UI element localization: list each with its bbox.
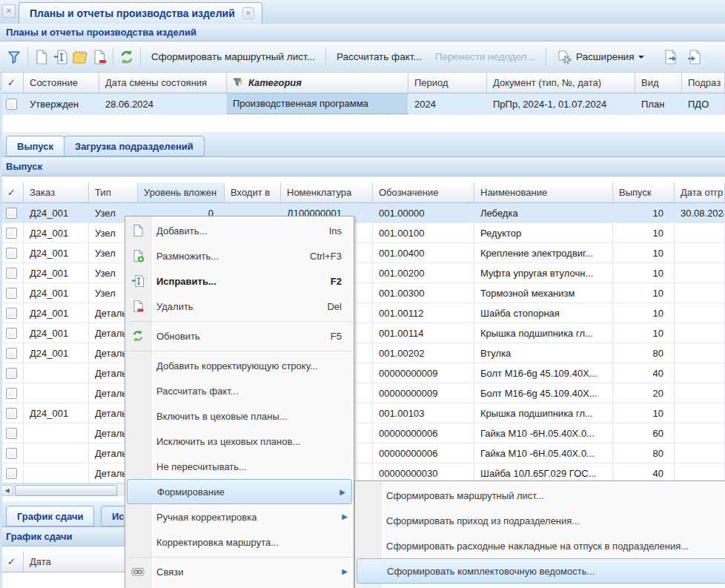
column-header-check[interactable]: ✓ [0,73,24,93]
submenu-item[interactable] [355,584,725,588]
table-row[interactable]: Деталь00000000006Гайка М10 -6Н.05.40Х.0.… [0,423,725,443]
open-button[interactable] [70,47,90,67]
submenu-item[interactable]: Сформировать приход из подразделения... [355,508,725,533]
row-checkbox[interactable] [6,388,17,399]
cell-order: Д24_001 [24,323,89,343]
column-header-category[interactable]: Категория [227,73,408,93]
row-checkbox[interactable] [6,348,17,359]
column-header-type[interactable]: Тип [89,182,138,202]
table-row[interactable]: Утвержден 28.06.2024 Производственная пр… [0,93,725,115]
cell-ship_date [675,383,725,403]
row-checkbox[interactable] [6,248,17,259]
row-checkbox[interactable] [6,288,17,299]
blank-icon [361,514,374,527]
context-menu-item[interactable]: Размножить...Ctrl+F3 [125,243,354,268]
row-checkbox[interactable] [6,408,17,419]
edit-document-button[interactable] [51,47,70,67]
scrollbar-thumb[interactable] [15,485,117,496]
context-menu-item[interactable] [125,584,354,588]
tab-grafik-sdachi[interactable]: График сдачи [6,506,94,526]
context-menu-item[interactable]: Исправить...F2 [125,268,354,294]
context-menu-item[interactable]: Добавить...Ins [125,218,354,243]
tab-vypusk[interactable]: Выпуск [6,136,64,156]
add-document-button[interactable] [32,47,51,67]
column-header-ship-date[interactable]: Дата отгр [675,182,725,202]
column-header-name[interactable]: Наименование [474,182,613,202]
row-checkbox[interactable] [6,99,17,110]
submenu-item[interactable]: Сформировать расходные накладные на отпу… [355,533,725,558]
calc-fact-button[interactable]: Рассчитать факт... [330,47,428,67]
import-button[interactable] [685,47,704,67]
row-checkbox[interactable] [6,468,17,479]
context-menu-item[interactable]: Ручная корректировка▶ [125,504,354,529]
column-header-kind[interactable]: Вид [635,73,682,93]
column-header-designation[interactable]: Обозначение [373,182,474,202]
row-checkbox-cell [0,323,24,343]
form-route-list-button[interactable]: Сформировать маршрутный лист... [145,47,322,67]
scroll-left-button[interactable]: ◀ [1,485,13,496]
row-checkbox[interactable] [6,428,17,439]
column-header-state[interactable]: Состояние [24,73,99,93]
column-header-level[interactable]: Уровень вложен [138,182,225,202]
row-checkbox-cell [0,363,24,383]
cell-order: Д24_001 [24,343,89,363]
row-checkbox[interactable] [6,448,17,459]
table-row[interactable]: Деталь00000000009Болт М16-6g 45.109.40Х.… [0,383,725,403]
column-header-document[interactable]: Документ (тип, №, дата) [487,73,635,93]
document-tab[interactable]: Планы и отчеты производства изделий ✕ [19,2,262,24]
column-header-nomenclature[interactable]: Номенклатура [281,182,373,202]
extensions-button[interactable]: Расширения [550,47,652,67]
delete-document-button[interactable] [90,47,109,67]
table-row[interactable]: Д24_001Узел001.00300Тормозной механизм10 [0,283,725,303]
context-menu-item[interactable]: Включить в цеховые планы... [125,403,354,429]
row-checkbox[interactable] [6,208,17,219]
table-row[interactable]: Д24_001Узел0Д100000001001.00000Лебедка10… [0,203,725,223]
column-header-period[interactable]: Период [408,73,487,93]
tab-close-button[interactable]: ✕ [242,7,254,19]
table-row[interactable]: Д24_001Деталь001.00114Крышка подшипника … [0,323,725,343]
column-header-part-of[interactable]: Входит в [225,182,281,202]
table-row[interactable]: Д24_001Деталь001.00103Крышка подшипника … [0,403,725,423]
table-row[interactable]: Д24_001Узел001.00100Редуктор10 [0,223,725,243]
export-button[interactable] [661,47,681,67]
context-menu-item[interactable]: Добавить корректирующую строку... [125,353,354,378]
blank-icon [361,489,374,502]
row-checkbox[interactable] [6,368,17,379]
cell-kind: План [635,93,682,114]
column-header-check[interactable]: ✓ [0,552,24,572]
table-row[interactable]: Д24_001Узел001.00200Муфта упругая втулоч… [0,263,725,283]
refresh-button[interactable] [117,47,136,67]
links-icon [131,565,145,578]
filter-button[interactable] [4,47,24,67]
context-menu-item[interactable]: Не пересчитывать... [125,454,354,479]
column-header-department[interactable]: Подраз [682,73,725,93]
table-row[interactable]: Д24_001Деталь001.00202Втулка80 [0,343,725,363]
submenu-item[interactable]: Сформировать маршрутный лист... [355,483,725,508]
table-row[interactable]: Деталь00000000009Болт М16-6g 45.109.40Х.… [0,363,725,383]
cell-ship_date [675,443,725,463]
context-menu-item[interactable]: Формирование▶ [127,479,352,504]
release-grid-body: Д24_001Узел0Д100000001001.00000Лебедка10… [0,203,725,483]
table-row[interactable]: Деталь00000000006Гайка М10 -6Н.05.40Х.0.… [0,443,725,463]
column-header-qty[interactable]: Выпуск [613,182,675,202]
row-checkbox[interactable] [6,268,17,279]
context-menu-item[interactable]: Рассчитать факт... [125,378,354,403]
folder-icon [72,49,88,65]
cell-order [24,363,89,383]
submenu-item[interactable]: Сформировать комплектовочную ведомость..… [357,558,725,584]
row-checkbox[interactable] [6,228,17,239]
context-menu-item[interactable]: ОбновитьF5 [125,323,354,348]
tab-zagruzka-podrazdelenij[interactable]: Загрузка подразделений [64,136,205,156]
context-menu-item[interactable]: Связи▶ [125,559,354,584]
context-menu-item[interactable]: Корректировка маршрута... [125,529,354,555]
column-header-check[interactable]: ✓ [0,182,24,202]
table-row[interactable]: Д24_001Узел001.00400Крепление электродви… [0,243,725,263]
context-menu-item[interactable]: Исключить из цеховых планов... [125,429,354,454]
column-header-order[interactable]: Заказ [24,182,89,202]
row-checkbox[interactable] [6,328,17,339]
row-checkbox[interactable] [6,308,17,319]
table-row[interactable]: Д24_001Деталь001.00112Шайба стопорная10 [0,303,725,323]
context-menu-item[interactable]: УдалитьDel [125,294,354,319]
close-all-button[interactable]: ✕ [2,4,16,18]
column-header-state-date[interactable]: Дата смены состояния [99,73,227,93]
